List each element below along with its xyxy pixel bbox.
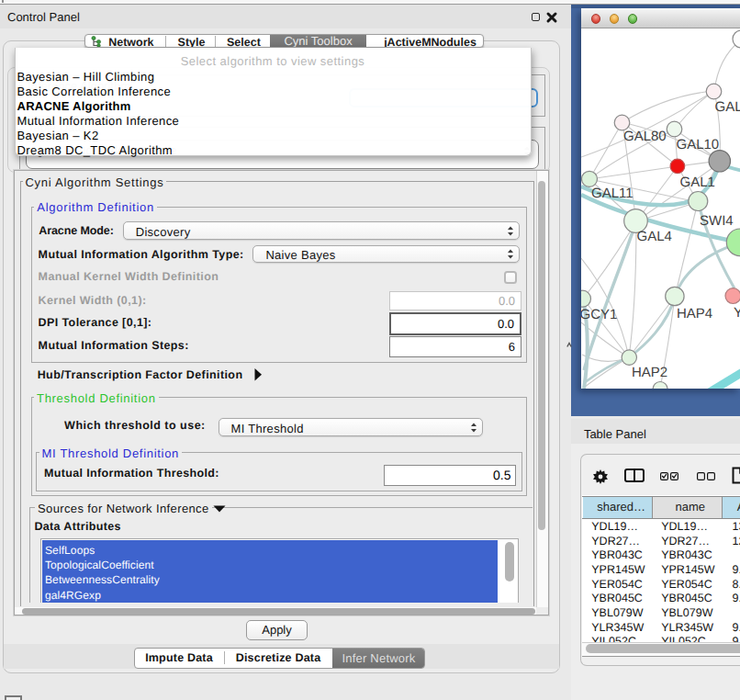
svg-text:GAL1: GAL1 [680, 175, 715, 190]
svg-text:HAP4: HAP4 [677, 306, 712, 322]
svg-text:GAL: GAL [715, 99, 740, 115]
svg-text:SWI4: SWI4 [700, 213, 734, 229]
svg-text:GAL11: GAL11 [591, 186, 633, 201]
svg-text:GAL80: GAL80 [623, 129, 667, 144]
svg-text:GAL10: GAL10 [677, 137, 720, 152]
svg-text:GCY1: GCY1 [581, 307, 617, 322]
svg-text:Y: Y [734, 305, 740, 321]
svg-text:GAL4: GAL4 [637, 229, 672, 244]
svg-text:HAP2: HAP2 [632, 365, 667, 380]
